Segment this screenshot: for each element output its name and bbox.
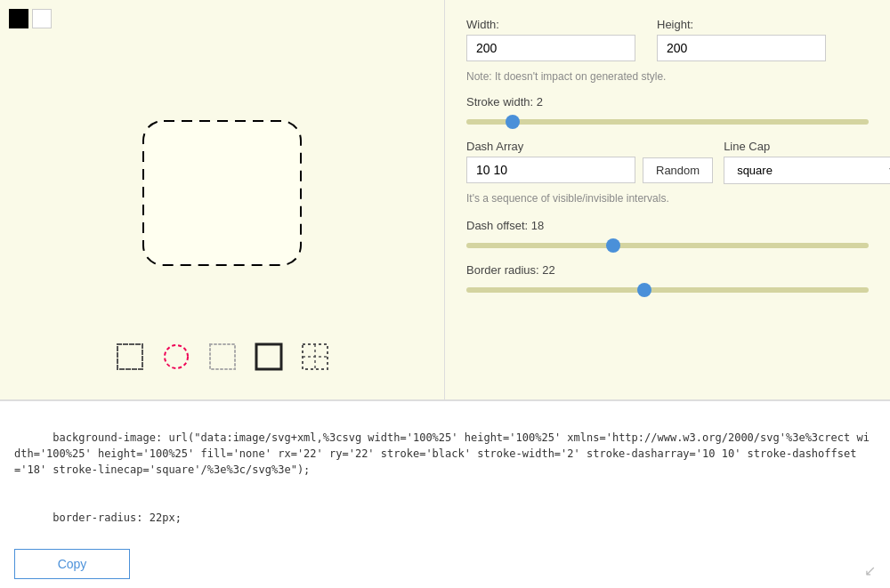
linecap-label: Line Cap xyxy=(724,140,890,153)
width-input[interactable] xyxy=(466,35,635,61)
copy-button[interactable]: Copy xyxy=(14,549,130,579)
stroke-width-label: Stroke width: 2 xyxy=(466,95,869,109)
sequence-note: It's a sequence of visible/invisible int… xyxy=(466,191,869,206)
stroke-width-slider[interactable] xyxy=(466,119,869,125)
code-line2: border-radius: 22px; xyxy=(53,511,182,524)
preview-area xyxy=(9,9,435,341)
dash-array-input[interactable] xyxy=(466,157,635,183)
preset-icons xyxy=(114,341,331,391)
height-group: Height: xyxy=(657,18,826,61)
border-radius-container: Border radius: 22 xyxy=(466,263,869,295)
border-radius-slider[interactable] xyxy=(466,287,869,293)
preset-icon-4[interactable] xyxy=(253,341,285,373)
preset-icon-5[interactable] xyxy=(299,341,331,373)
right-panel: Width: Height: Note: It doesn't impact o… xyxy=(445,0,890,399)
svg-rect-1 xyxy=(117,344,142,369)
border-radius-label: Border radius: 22 xyxy=(466,263,869,277)
dimension-row: Width: Height: xyxy=(466,18,869,61)
linecap-group: Line Cap butt round square xyxy=(724,140,890,184)
height-input[interactable] xyxy=(657,35,826,61)
dash-array-label: Dash Array xyxy=(466,140,713,153)
code-line1: background-image: url("data:image/svg+xm… xyxy=(14,431,870,476)
top-section: Width: Height: Note: It doesn't impact o… xyxy=(0,0,890,400)
linecap-select[interactable]: butt round square xyxy=(724,157,890,184)
dash-array-group: Dash Array Random xyxy=(466,140,713,184)
bottom-section: background-image: url("data:image/svg+xm… xyxy=(0,400,890,588)
dimension-note: Note: It doesn't impact on generated sty… xyxy=(466,70,869,83)
height-label: Height: xyxy=(657,18,826,31)
preset-icon-1[interactable] xyxy=(114,341,146,373)
dash-offset-label: Dash offset: 18 xyxy=(466,219,869,232)
color-swatches xyxy=(9,9,52,28)
swatch-black[interactable] xyxy=(9,9,28,28)
dash-offset-container: Dash offset: 18 xyxy=(466,219,869,251)
preview-svg xyxy=(140,117,304,269)
svg-rect-4 xyxy=(256,344,281,369)
bottom-footer: Copy ↙ xyxy=(14,549,876,579)
swatch-white[interactable] xyxy=(32,9,52,28)
main-container: Width: Height: Note: It doesn't impact o… xyxy=(0,0,890,588)
dash-offset-slider[interactable] xyxy=(466,243,869,248)
svg-point-2 xyxy=(165,345,188,368)
dash-array-row: Dash Array Random Line Cap butt round sq… xyxy=(466,140,869,184)
code-output: background-image: url("data:image/svg+xm… xyxy=(14,414,876,542)
stroke-width-container: Stroke width: 2 xyxy=(466,95,869,127)
left-panel xyxy=(0,0,445,399)
random-button[interactable]: Random xyxy=(643,157,713,183)
svg-rect-3 xyxy=(210,344,235,369)
width-label: Width: xyxy=(466,18,635,31)
preset-icon-3[interactable] xyxy=(206,341,239,373)
preset-icon-2[interactable] xyxy=(160,341,192,373)
resize-handle[interactable]: ↙ xyxy=(864,562,876,579)
width-group: Width: xyxy=(466,18,635,61)
svg-rect-0 xyxy=(143,121,301,265)
